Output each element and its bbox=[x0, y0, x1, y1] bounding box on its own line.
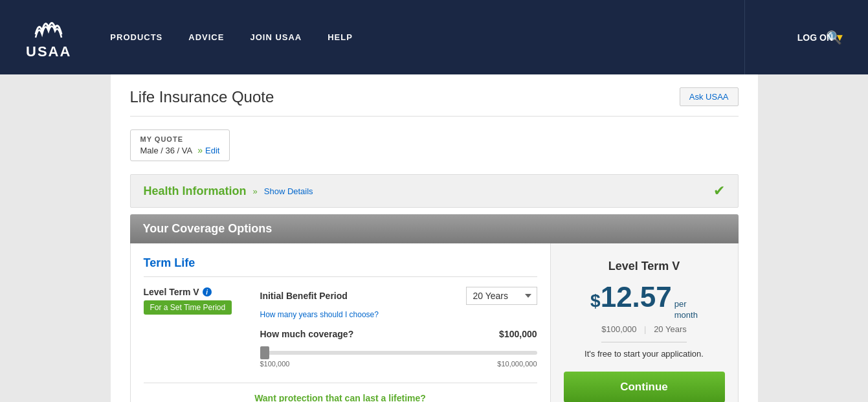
health-show-details-link[interactable]: Show Details bbox=[264, 186, 313, 196]
usaa-logo-icon bbox=[32, 15, 65, 41]
coverage-section: Your Coverage Options Term Life Level Te… bbox=[130, 214, 739, 402]
ask-usaa-button[interactable]: Ask USAA bbox=[680, 87, 739, 106]
my-quote-edit-label[interactable]: Edit bbox=[205, 146, 219, 155]
product-name-text: Level Term V bbox=[144, 287, 199, 297]
product-name: Level Term V i bbox=[144, 287, 247, 297]
continue-button[interactable]: Continue bbox=[564, 372, 725, 402]
want-protection-link[interactable]: Want protection that can last a lifetime… bbox=[144, 383, 537, 402]
coverage-amount-row: How much coverage? $100,000 bbox=[260, 329, 537, 339]
coverage-title: Your Coverage Options bbox=[143, 222, 273, 235]
log-on-label: LOG ON bbox=[797, 32, 833, 43]
info-icon[interactable]: i bbox=[203, 287, 212, 296]
benefit-period-label: Initial Benefit Period bbox=[260, 291, 348, 301]
nav-products[interactable]: PRODUCTS bbox=[110, 32, 162, 42]
price-amount: 12.57 bbox=[601, 283, 672, 311]
health-section: Health Information » Show Details ✔ bbox=[130, 174, 739, 208]
page-title-row: Life Insurance Quote Ask USAA bbox=[130, 87, 739, 117]
price-coverage: $100,000 bbox=[601, 324, 636, 334]
product-row: Level Term V i For a Set Time Period Ini… bbox=[144, 287, 537, 373]
price-separator: | bbox=[644, 324, 646, 334]
benefit-period-row: Initial Benefit Period 10 Years 15 Years… bbox=[260, 287, 537, 305]
term-life-title: Term Life bbox=[144, 256, 537, 277]
coverage-slider[interactable] bbox=[260, 351, 537, 355]
main-content: Life Insurance Quote Ask USAA MY QUOTE M… bbox=[111, 74, 758, 402]
price-years: 20 Years bbox=[654, 324, 687, 334]
health-title: Health Information bbox=[144, 184, 247, 198]
header-divider bbox=[744, 0, 745, 74]
price-period: per month bbox=[674, 299, 698, 321]
logo: USAA bbox=[26, 15, 71, 60]
coverage-amount-value: $100,000 bbox=[499, 329, 537, 339]
header: USAA PRODUCTS ADVICE JOIN USAA HELP 🔍 LO… bbox=[0, 0, 868, 74]
product-badge: For a Set Time Period bbox=[144, 300, 232, 315]
coverage-header: Your Coverage Options bbox=[130, 214, 739, 243]
log-on-button[interactable]: LOG ON ▾ bbox=[797, 31, 842, 43]
nav-join[interactable]: JOIN USAA bbox=[250, 32, 302, 42]
logo-text: USAA bbox=[26, 43, 71, 60]
page-title: Life Insurance Quote bbox=[130, 88, 274, 106]
coverage-amount-label: How much coverage? bbox=[260, 329, 354, 339]
price-per-label: per bbox=[674, 299, 698, 310]
slider-min-label: $100,000 bbox=[260, 360, 290, 368]
coverage-body: Term Life Level Term V i For a Set Time … bbox=[130, 243, 739, 402]
slider-labels: $100,000 $10,000,000 bbox=[260, 360, 537, 368]
health-chevron-icon: » bbox=[253, 186, 258, 196]
slider-max-label: $10,000,000 bbox=[497, 360, 537, 368]
health-checkmark-icon: ✔ bbox=[713, 183, 725, 199]
right-panel-title: Level Term V bbox=[608, 260, 680, 273]
my-quote-arrow: » bbox=[197, 145, 203, 155]
coverage-right-panel: Level Term V $ 12.57 per month $100,000 … bbox=[550, 243, 738, 402]
price-period-label: month bbox=[674, 310, 698, 321]
main-nav: PRODUCTS ADVICE JOIN USAA HELP bbox=[110, 32, 826, 42]
how-many-link[interactable]: How many years should I choose? bbox=[260, 310, 537, 319]
product-label-area: Level Term V i For a Set Time Period bbox=[144, 287, 247, 313]
log-on-arrow-icon: ▾ bbox=[837, 31, 842, 43]
health-title-area: Health Information » Show Details bbox=[144, 184, 313, 198]
nav-help[interactable]: HELP bbox=[328, 32, 353, 42]
free-text: It's free to start your application. bbox=[584, 349, 704, 359]
coverage-left-panel: Term Life Level Term V i For a Set Time … bbox=[131, 243, 550, 402]
my-quote-label: MY QUOTE bbox=[140, 135, 220, 143]
my-quote-value: Male / 36 / VA » Edit bbox=[140, 145, 220, 155]
my-quote-info: Male / 36 / VA bbox=[140, 146, 193, 155]
price-row: $ 12.57 per month bbox=[590, 283, 698, 321]
my-quote-edit-link[interactable]: » Edit bbox=[197, 145, 219, 155]
slider-container: $100,000 $10,000,000 bbox=[260, 346, 537, 368]
benefit-period-select[interactable]: 10 Years 15 Years 20 Years 25 Years 30 Y… bbox=[466, 287, 537, 305]
price-dollar-sign: $ bbox=[590, 291, 601, 311]
my-quote-box: MY QUOTE Male / 36 / VA » Edit bbox=[130, 129, 230, 161]
product-controls: Initial Benefit Period 10 Years 15 Years… bbox=[260, 287, 537, 373]
price-details: $100,000 | 20 Years bbox=[601, 324, 686, 342]
nav-advice[interactable]: ADVICE bbox=[188, 32, 224, 42]
header-right: 🔍 LOG ON ▾ bbox=[826, 30, 842, 45]
